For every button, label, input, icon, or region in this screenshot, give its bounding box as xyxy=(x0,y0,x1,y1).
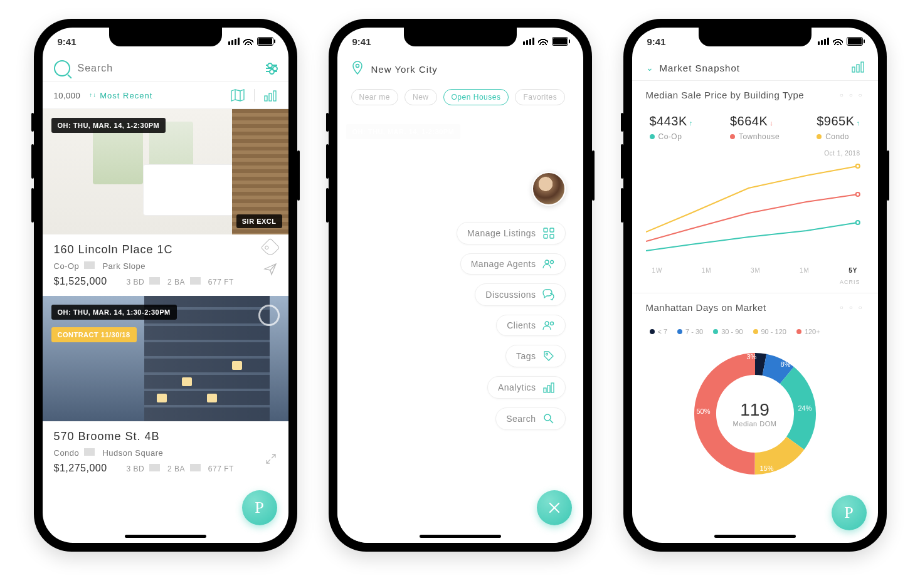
close-fab-button[interactable] xyxy=(537,490,572,525)
listing-title: 570 Broome St. 4B xyxy=(54,430,277,443)
timeline-option[interactable]: 1W xyxy=(652,267,663,274)
listing-sqft: 677 FT xyxy=(203,278,239,286)
menu-label: Search xyxy=(506,414,536,424)
line-chart xyxy=(646,157,864,263)
listing-type: Co-Op xyxy=(54,261,85,271)
svg-rect-18 xyxy=(852,67,855,72)
listing-type: Condo xyxy=(54,448,85,458)
timeline-option[interactable]: 3M xyxy=(751,267,761,274)
price-metric: $664K↓ Townhouse xyxy=(730,114,780,141)
chip-open-houses[interactable]: Open Houses xyxy=(443,89,509,105)
chat-icon xyxy=(542,289,555,300)
menu-manage-agents[interactable]: Manage Agents xyxy=(460,253,566,275)
price-metric: $443K↑ Co-Op xyxy=(650,114,693,141)
menu-search[interactable]: Search xyxy=(495,407,565,430)
result-count: 10,000 xyxy=(54,91,81,100)
menu-label: Clients xyxy=(507,320,536,330)
users-icon xyxy=(542,320,555,330)
listing-baths: 2 BA xyxy=(162,465,190,473)
more-icon[interactable]: ○ ○ ○ xyxy=(840,92,864,98)
phone-frame-1: 9:41 10,000 ↑↓ Most Recent xyxy=(34,19,297,552)
users-icon xyxy=(542,259,555,269)
svg-point-11 xyxy=(550,322,553,325)
more-icon[interactable]: ○ ○ ○ xyxy=(840,304,864,311)
legend-dot-icon xyxy=(677,329,682,334)
pie-pct-label: 15% xyxy=(759,465,773,472)
svg-rect-14 xyxy=(547,386,550,392)
listing-title: 160 Lincoln Place 1C xyxy=(54,243,277,256)
arrow-up-icon: ↑ xyxy=(689,119,693,127)
search-input[interactable] xyxy=(77,62,260,75)
timeline-selector[interactable]: 1W 1M 3M 1M 5Y xyxy=(646,263,864,276)
listing-card[interactable]: OH: THU, MAR. 14, 1-2:30PM SIR EXCL 160 … xyxy=(43,109,288,296)
grid-icon xyxy=(542,228,555,239)
status-ring-icon xyxy=(258,305,280,326)
menu-analytics[interactable]: Analytics xyxy=(487,376,566,399)
svg-point-10 xyxy=(545,322,549,325)
wifi-icon xyxy=(538,38,548,45)
listing-price: $1,525,000 xyxy=(54,276,112,286)
pie-pct-label: 8% xyxy=(781,360,791,368)
send-icon[interactable] xyxy=(263,262,277,276)
menu-clients[interactable]: Clients xyxy=(496,315,565,336)
legend-dot-icon xyxy=(796,329,801,334)
chip-near-me[interactable]: Near me xyxy=(351,89,399,105)
chart-icon[interactable] xyxy=(263,88,277,102)
sort-button[interactable]: ↑↓ Most Recent xyxy=(89,91,152,100)
contract-badge: CONTRACT 11/30/18 xyxy=(51,327,137,342)
svg-point-8 xyxy=(545,260,549,264)
legend-dot-icon xyxy=(713,329,718,334)
menu-discussions[interactable]: Discussions xyxy=(475,283,565,306)
tag-icon[interactable] xyxy=(260,238,280,257)
listing-neighborhood: Park Slope xyxy=(97,261,151,271)
exclusive-badge: SIR EXCL xyxy=(236,214,282,228)
listing-card[interactable]: OH: THU, MAR. 14, 1:30-2:30PM CONTRACT 1… xyxy=(43,296,288,483)
svg-rect-0 xyxy=(265,96,267,101)
donut-center-label: Median DOM xyxy=(733,420,777,428)
expand-icon[interactable] xyxy=(265,453,277,468)
tag-icon xyxy=(542,350,555,362)
city-label[interactable]: New York City xyxy=(371,64,438,75)
donut-center-value: 119 xyxy=(733,400,777,420)
filter-icon[interactable] xyxy=(266,65,277,72)
fab-button[interactable]: P xyxy=(832,495,867,530)
avatar[interactable] xyxy=(532,172,566,206)
phone-frame-3: 9:41 ⌄ Market Snapshot Median Sale Price… xyxy=(623,19,887,552)
pie-legend: < 7 7 - 30 30 - 90 90 - 120 120+ xyxy=(632,322,878,342)
signal-icon xyxy=(228,38,240,45)
status-time: 9:41 xyxy=(58,36,77,47)
map-icon[interactable] xyxy=(230,88,245,102)
status-time: 9:41 xyxy=(647,36,666,47)
chip-favorites[interactable]: Favorites xyxy=(515,89,565,105)
svg-point-3 xyxy=(356,65,359,68)
timeline-option[interactable]: 5Y xyxy=(849,267,857,274)
svg-line-17 xyxy=(550,420,553,423)
svg-point-21 xyxy=(855,164,859,168)
chevron-down-icon[interactable]: ⌄ xyxy=(646,63,653,73)
menu-manage-listings[interactable]: Manage Listings xyxy=(457,222,565,244)
sort-label: Most Recent xyxy=(100,91,152,100)
battery-icon xyxy=(257,37,273,46)
fab-button[interactable]: P xyxy=(242,490,277,525)
svg-rect-7 xyxy=(550,234,554,238)
section-title: Median Sale Price by Building Type xyxy=(646,90,805,100)
svg-point-12 xyxy=(546,354,547,355)
chip-new[interactable]: New xyxy=(404,89,437,105)
legend-dot-icon xyxy=(650,329,655,334)
svg-rect-5 xyxy=(550,228,554,232)
svg-rect-6 xyxy=(544,234,547,238)
timeline-option[interactable]: 1M xyxy=(702,267,712,274)
legend-dot-icon xyxy=(650,134,655,139)
chart-icon[interactable] xyxy=(852,60,864,75)
menu-tags[interactable]: Tags xyxy=(505,345,566,367)
menu-label: Manage Agents xyxy=(471,259,536,269)
open-house-badge: OH: THU, MAR. 14, 1-2:30PM xyxy=(51,118,166,133)
svg-point-16 xyxy=(544,414,551,421)
svg-rect-15 xyxy=(551,383,554,392)
pie-pct-label: 24% xyxy=(798,404,812,412)
open-house-badge: OH: THU, MAR. 14, 1:30-2:30PM xyxy=(51,305,177,320)
listing-beds: 3 BD xyxy=(126,278,149,286)
price-metric: $965K↑ Condo xyxy=(817,114,860,141)
svg-rect-20 xyxy=(861,62,864,72)
timeline-option[interactable]: 1M xyxy=(800,267,810,274)
